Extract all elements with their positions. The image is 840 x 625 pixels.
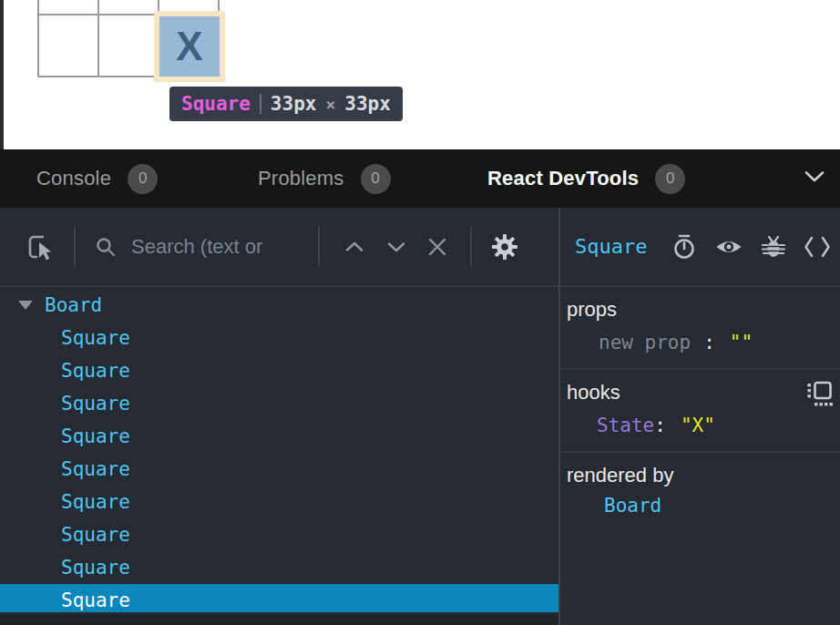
tree-row-board[interactable]: Board xyxy=(0,289,558,322)
react-devtools-count-badge: 0 xyxy=(655,164,685,194)
chevron-down-icon[interactable] xyxy=(804,170,825,187)
tree-row-square[interactable]: Square xyxy=(0,551,558,584)
grid-line xyxy=(97,0,99,77)
toolbar-divider xyxy=(318,227,320,267)
parse-hooks-icon xyxy=(805,381,833,406)
inspect-element-icon xyxy=(26,232,55,261)
close-icon xyxy=(426,236,448,258)
tree-row-label: Board xyxy=(45,294,102,316)
toolbar-divider xyxy=(470,227,472,267)
hook-colon: : xyxy=(654,415,666,436)
tree-row-square[interactable]: Square xyxy=(0,453,558,486)
tab-react-devtools-label: React DevTools xyxy=(487,167,639,190)
problems-count-badge: 0 xyxy=(361,164,391,194)
tree-row-square[interactable]: Square xyxy=(0,486,558,518)
chevron-up-icon xyxy=(343,240,366,254)
suspense-toggle-button[interactable] xyxy=(671,233,698,261)
eye-icon xyxy=(714,233,743,261)
tab-problems[interactable]: Problems 0 xyxy=(258,149,391,208)
next-match-button[interactable] xyxy=(384,240,408,254)
new-prop-name-input[interactable]: new prop xyxy=(599,332,691,353)
components-tree-pane: Board SquareSquareSquareSquareSquareSqua… xyxy=(0,208,558,625)
horizontal-scrollbar[interactable] xyxy=(0,615,558,625)
tree-row-square[interactable]: Square xyxy=(0,420,558,453)
previous-match-button[interactable] xyxy=(343,240,366,254)
code-brackets-icon xyxy=(804,235,831,259)
component-tree: Board SquareSquareSquareSquareSquareSqua… xyxy=(0,289,558,612)
tree-row-square[interactable]: Square xyxy=(0,354,558,387)
prop-colon: : xyxy=(703,332,715,353)
chevron-down-icon xyxy=(384,240,408,254)
new-prop-value-input[interactable]: "" xyxy=(730,332,753,353)
selected-component-label: Square xyxy=(575,235,647,258)
devtools-tab-bar: Console 0 Problems 0 React DevTools 0 xyxy=(0,149,840,208)
rendered-by-link-board[interactable]: Board xyxy=(567,495,840,517)
hook-state-value-input[interactable]: "X" xyxy=(681,415,715,436)
log-component-button[interactable] xyxy=(760,233,787,261)
window-edge xyxy=(0,0,4,149)
tree-row-square[interactable]: Square xyxy=(0,518,558,551)
prop-row: new prop : "" xyxy=(567,332,840,353)
search-icon xyxy=(95,236,117,258)
clear-search-button[interactable] xyxy=(426,236,448,258)
search-input[interactable] xyxy=(131,235,318,259)
parse-hooks-button[interactable] xyxy=(805,381,833,409)
tree-row-square[interactable]: Square xyxy=(0,322,558,354)
details-toolbar: Square xyxy=(560,208,840,287)
gear-icon xyxy=(490,232,519,261)
inspect-dom-button[interactable] xyxy=(714,233,743,261)
view-source-button[interactable] xyxy=(804,235,831,259)
rendered-by-panel: rendered by Board xyxy=(560,453,840,531)
tab-console[interactable]: Console 0 xyxy=(36,149,158,208)
hooks-panel: hooks xyxy=(560,370,840,453)
tooltip-height: 33px xyxy=(344,93,391,115)
inspected-page: X Square 33px × 33px xyxy=(0,0,840,149)
tree-toolbar xyxy=(0,208,558,287)
highlighted-square-cell[interactable]: X xyxy=(159,16,220,77)
tooltip-times: × xyxy=(325,95,335,114)
tab-react-devtools[interactable]: React DevTools 0 xyxy=(487,149,685,208)
hooks-title: hooks xyxy=(567,381,840,405)
hook-row: State: "X" xyxy=(567,415,840,436)
props-panel: props new prop : "" xyxy=(560,287,840,370)
tree-row-square[interactable]: Square xyxy=(0,584,558,612)
inspect-element-button[interactable] xyxy=(26,232,55,261)
props-title: props xyxy=(567,298,840,322)
settings-button[interactable] xyxy=(490,232,519,261)
tooltip-width: 33px xyxy=(271,93,317,115)
rendered-by-title: rendered by xyxy=(567,464,840,487)
tab-console-label: Console xyxy=(36,167,111,190)
tree-row-square[interactable]: Square xyxy=(0,387,558,420)
hook-state-name: State xyxy=(597,415,654,436)
size-tooltip: Square 33px × 33px xyxy=(169,87,403,121)
tooltip-component-name: Square xyxy=(181,93,251,115)
stopwatch-icon xyxy=(671,233,698,261)
tab-problems-label: Problems xyxy=(258,167,344,190)
react-devtools-panel: Board SquareSquareSquareSquareSquareSqua… xyxy=(0,208,840,625)
bug-icon xyxy=(760,233,787,261)
square-cell-value: X xyxy=(176,24,202,69)
grid-line xyxy=(37,0,39,77)
tooltip-divider xyxy=(260,94,261,114)
component-details-pane: Square xyxy=(560,208,840,625)
expand-caret-icon[interactable] xyxy=(18,301,33,310)
toolbar-divider xyxy=(74,227,76,267)
console-count-badge: 0 xyxy=(128,164,158,194)
